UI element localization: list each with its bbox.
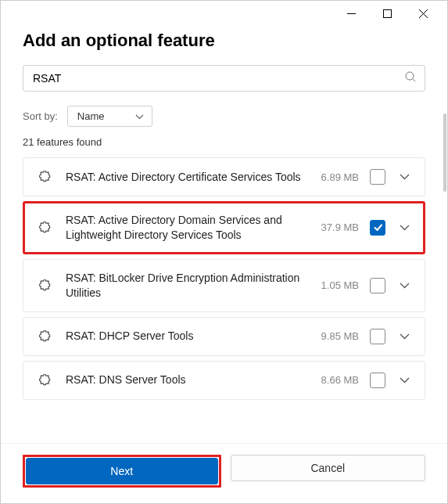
next-button[interactable]: Next [26, 458, 218, 484]
search-input[interactable] [23, 65, 425, 92]
dialog-window: Add an optional feature Sort by: Name 21… [0, 0, 448, 504]
feature-checkbox[interactable] [370, 373, 385, 388]
feature-size: 9.85 MB [314, 330, 359, 342]
feature-item[interactable]: RSAT: DNS Server Tools8.66 MB [23, 361, 425, 400]
maximize-button[interactable] [369, 1, 405, 26]
next-button-highlight: Next [23, 455, 221, 488]
feature-size: 1.05 MB [314, 279, 359, 291]
svg-line-5 [413, 79, 416, 82]
puzzle-icon [36, 169, 55, 185]
cancel-button[interactable]: Cancel [231, 455, 426, 481]
svg-rect-1 [383, 9, 391, 17]
puzzle-icon [36, 329, 55, 344]
titlebar [1, 1, 447, 26]
minimize-button[interactable] [333, 1, 369, 26]
chevron-down-icon [135, 110, 144, 122]
feature-label: RSAT: BitLocker Drive Encryption Adminis… [66, 271, 303, 301]
chevron-down-icon[interactable] [396, 225, 412, 231]
page-title: Add an optional feature [23, 31, 425, 51]
close-button[interactable] [405, 1, 441, 26]
scrollbar[interactable] [443, 113, 446, 192]
puzzle-icon [36, 278, 55, 293]
feature-label: RSAT: DNS Server Tools [66, 373, 303, 387]
feature-label: RSAT: DHCP Server Tools [66, 329, 303, 344]
sort-row: Sort by: Name [23, 106, 425, 127]
chevron-down-icon[interactable] [396, 283, 412, 289]
feature-size: 8.66 MB [314, 374, 359, 386]
chevron-down-icon[interactable] [396, 377, 412, 383]
sort-label: Sort by: [23, 110, 58, 122]
sort-selected-value: Name [77, 110, 105, 122]
feature-item[interactable]: RSAT: DHCP Server Tools9.85 MB [23, 317, 425, 356]
feature-label: RSAT: Active Directory Domain Services a… [66, 213, 303, 243]
content-area: Add an optional feature Sort by: Name 21… [1, 26, 447, 443]
feature-item[interactable]: RSAT: Active Directory Domain Services a… [23, 201, 425, 254]
results-count: 21 features found [23, 136, 425, 148]
feature-item[interactable]: RSAT: Active Directory Certificate Servi… [23, 157, 425, 196]
feature-checkbox[interactable] [370, 278, 385, 293]
feature-size: 37.9 MB [314, 221, 359, 233]
feature-label: RSAT: Active Directory Certificate Servi… [66, 170, 303, 185]
search-icon [405, 71, 416, 85]
sort-select[interactable]: Name [67, 106, 153, 127]
feature-checkbox[interactable] [370, 329, 385, 344]
feature-list: RSAT: Active Directory Certificate Servi… [23, 157, 425, 430]
footer: Next Cancel [1, 443, 447, 503]
feature-item[interactable]: RSAT: BitLocker Drive Encryption Adminis… [23, 259, 425, 312]
puzzle-icon [36, 220, 55, 236]
feature-checkbox[interactable] [370, 169, 385, 185]
search-field [23, 65, 425, 92]
feature-size: 6.89 MB [314, 171, 359, 183]
chevron-down-icon[interactable] [396, 174, 412, 180]
feature-checkbox[interactable] [370, 220, 385, 236]
chevron-down-icon[interactable] [396, 333, 412, 340]
puzzle-icon [36, 373, 55, 388]
